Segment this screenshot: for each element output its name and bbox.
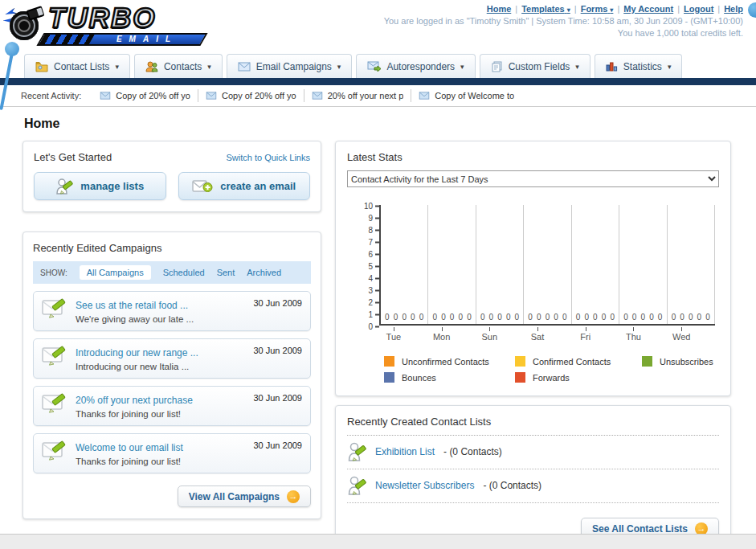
footer-strip (0, 534, 756, 549)
campaign-title-link[interactable]: 20% off your next purchase (76, 395, 193, 406)
tab-contact-lists[interactable]: Contact Lists▾ (24, 54, 130, 78)
chevron-down-icon: ▾ (207, 63, 211, 71)
switch-quick-links-link[interactable]: Switch to Quick Links (226, 153, 310, 162)
contact-list-row[interactable]: Exhibition List - (0 Contacts) (347, 436, 719, 469)
y-tick-label: 5 (368, 262, 379, 271)
contact-list-row[interactable]: Newsletter Subscribers - (0 Contacts) (347, 469, 719, 503)
people-icon (145, 61, 158, 72)
tab-statistics[interactable]: Statistics▾ (595, 54, 683, 78)
recent-contact-lists-panel: Recently Created Contact Lists Exhibitio… (335, 405, 731, 549)
data-value-label: 0 (506, 313, 511, 322)
contact-list-link[interactable]: Newsletter Subscribers (375, 480, 474, 491)
envelope-icon (238, 62, 251, 72)
filter-archived[interactable]: Archived (247, 268, 281, 277)
campaign-title-link[interactable]: See us at the retail food ... (76, 300, 188, 311)
help-balloon-icon[interactable] (748, 2, 756, 18)
manage-lists-button[interactable]: manage lists (34, 172, 166, 200)
person-pencil-icon (347, 475, 366, 496)
recent-activity-item[interactable]: Copy of 20% off yo (198, 89, 304, 102)
data-value-label: 0 (411, 313, 415, 322)
header-link-forms[interactable]: Forms ▾ (581, 4, 614, 14)
create-email-button[interactable]: create an email (178, 172, 311, 200)
header-link-home[interactable]: Home (487, 4, 512, 14)
data-value-label: 0 (515, 313, 520, 322)
data-value-label: 0 (658, 313, 663, 322)
chart-day-group: 00000 (428, 205, 476, 324)
data-value-label: 0 (546, 313, 550, 322)
envelope-pencil-icon (42, 345, 67, 367)
person-pencil-icon (55, 178, 73, 195)
turbo-email-logo: TURBO EMAIL (3, 2, 204, 50)
campaign-title-link[interactable]: Welcome to our email list (76, 442, 183, 453)
chart-day-group: 00000 (668, 205, 715, 324)
campaign-row[interactable]: Introducing our new range ... Introducin… (33, 338, 311, 379)
legend-item: Unconfirmed Contacts (384, 356, 515, 367)
data-value-label: 0 (441, 313, 446, 322)
show-label: SHOW: (40, 268, 67, 277)
filter-sent[interactable]: Sent (217, 268, 235, 277)
recent-activity-item[interactable]: 20% off your next p (304, 89, 412, 102)
filter-all-campaigns[interactable]: All Campaigns (80, 265, 151, 280)
left-column: Let's Get Started Switch to Quick Links … (22, 141, 321, 519)
legend-item: Confirmed Contacts (515, 356, 642, 367)
y-tick-label: 9 (368, 214, 379, 223)
chart-x-axis: TueMonSunSatFriThuWed (370, 327, 705, 342)
chevron-down-icon: ▾ (575, 63, 579, 71)
y-tick-label: 8 (368, 226, 379, 235)
data-value-label: 0 (697, 313, 702, 322)
data-value-label: 0 (602, 313, 607, 322)
header-link-help[interactable]: Help (724, 4, 743, 14)
x-tick-label: Wed (657, 327, 705, 342)
login-status-text: You are logged in as "Timothy Smith" | S… (384, 16, 743, 26)
header-link-logout[interactable]: Logout (684, 4, 713, 14)
envelope-plus-icon (192, 178, 213, 195)
chart-plot: 00000000000000000000000000000000000 (379, 205, 715, 326)
recent-activity-item[interactable]: Copy of 20% off yo (92, 89, 198, 102)
header-link-templates[interactable]: Templates ▾ (521, 4, 570, 14)
campaign-row[interactable]: Welcome to our email list Thanks for joi… (33, 433, 311, 473)
legend-item: Forwards (515, 372, 642, 383)
campaign-subtitle: Introducing our new Italia ... (76, 362, 245, 371)
campaign-filter-bar: SHOW: All Campaigns Scheduled Sent Archi… (33, 261, 311, 284)
y-tick-label: 1 (368, 310, 379, 319)
data-value-label: 0 (433, 313, 438, 322)
legend-swatch (384, 372, 394, 383)
chevron-down-icon: ▾ (115, 63, 119, 71)
legend-swatch (642, 356, 652, 367)
tab-contacts[interactable]: Contacts▾ (134, 54, 223, 78)
chart-day-group: 00000 (572, 205, 619, 324)
tab-custom-fields[interactable]: Custom Fields▾ (480, 54, 590, 78)
data-value-label: 0 (623, 313, 628, 322)
folder-icon (35, 61, 48, 72)
campaign-title-link[interactable]: Introducing our new range ... (76, 347, 198, 358)
campaign-row[interactable]: See us at the retail food ... We're givi… (33, 291, 311, 331)
envelope-icon (312, 92, 323, 100)
campaign-row[interactable]: 20% off your next purchase Thanks for jo… (33, 386, 311, 426)
contact-list-link[interactable]: Exhibition List (375, 446, 435, 457)
data-value-label: 0 (576, 313, 581, 322)
filter-scheduled[interactable]: Scheduled (163, 268, 205, 277)
view-all-campaigns-button[interactable]: View All Campaigns → (178, 485, 311, 507)
y-tick-label: 10 (364, 202, 379, 211)
envelope-arrow-icon (367, 61, 381, 72)
campaign-date: 30 Jun 2009 (253, 392, 302, 403)
legend-item: Unsubscribes (642, 356, 719, 367)
recent-activity-item[interactable]: Copy of Welcome to (411, 89, 521, 102)
chevron-down-icon: ▾ (610, 6, 613, 14)
chevron-down-icon: ▾ (567, 6, 570, 14)
header-links: Home|Templates ▾|Forms ▾|My Account|Logo… (384, 4, 743, 14)
envelope-pencil-icon (42, 392, 67, 414)
person-pencil-icon (347, 441, 366, 462)
stats-period-select[interactable]: Contact Activity for the Last 7 Days (347, 170, 719, 187)
latest-stats-title: Latest Stats (347, 151, 719, 163)
legend-swatch (384, 356, 394, 367)
get-started-title: Let's Get Started (34, 151, 112, 163)
contact-count: - (0 Contacts) (483, 480, 541, 491)
data-value-label: 0 (458, 313, 463, 322)
tab-email-campaigns[interactable]: Email Campaigns▾ (227, 54, 353, 78)
tab-autoresponders[interactable]: Autoresponders▾ (356, 54, 475, 78)
header-link-my-account[interactable]: My Account (623, 4, 673, 14)
chevron-down-icon: ▾ (337, 63, 341, 71)
app-window: TURBO EMAIL Home|Templates ▾|Forms ▾|My … (0, 0, 756, 549)
data-value-label: 0 (593, 313, 598, 322)
